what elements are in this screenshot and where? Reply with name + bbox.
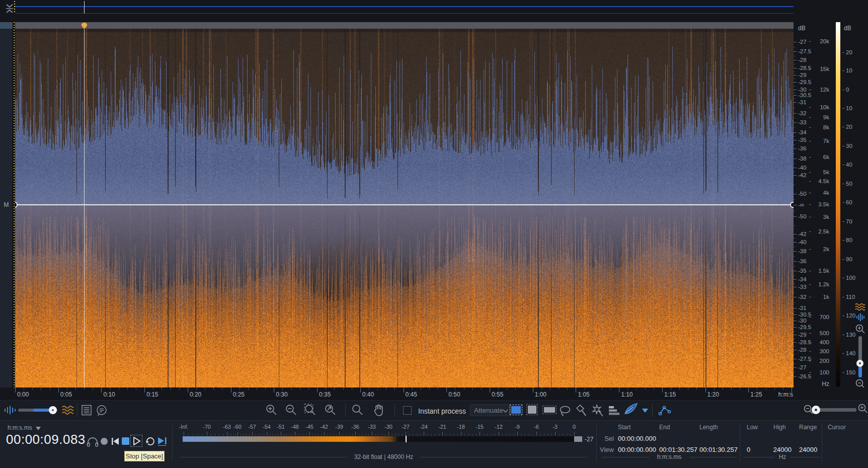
record-button[interactable] xyxy=(101,438,108,445)
wave-db-label: -30 xyxy=(798,318,807,324)
comment-bubble-icon[interactable] xyxy=(96,405,108,417)
ruler-label: 0:05 xyxy=(60,391,72,398)
wave-db-label: -32 xyxy=(798,110,807,116)
freq-range-value[interactable]: 24000 xyxy=(799,446,817,453)
wave-db-tick xyxy=(794,113,797,114)
wave-db-label: -50 xyxy=(798,213,807,219)
view-end-value[interactable]: 00:01:30.257 xyxy=(659,446,697,453)
legend-tick xyxy=(842,90,844,90)
collapse-panel-icon[interactable] xyxy=(5,3,15,15)
ruler-tick xyxy=(507,387,507,390)
play-button[interactable] xyxy=(130,435,142,447)
freq-selection-tool[interactable] xyxy=(544,407,555,413)
waveform-view-icon[interactable] xyxy=(856,313,865,322)
curve-nodes-tool[interactable] xyxy=(657,404,672,417)
search-magnifier-icon[interactable] xyxy=(351,404,364,417)
freq-tick xyxy=(809,317,811,318)
waveform-overview-strip[interactable] xyxy=(0,0,868,17)
ruler-tick xyxy=(179,387,180,390)
ruler-tick xyxy=(662,387,663,393)
meter-scale-label: -30 xyxy=(379,424,398,430)
wave-db-tick xyxy=(794,148,797,149)
playhead-marker-pin[interactable] xyxy=(81,22,88,29)
feather-dropdown-arrow[interactable] xyxy=(641,408,649,414)
skip-to-start-button[interactable] xyxy=(111,437,120,446)
freq-high-value[interactable]: 24000 xyxy=(767,446,792,453)
ruler-tick xyxy=(688,387,688,390)
amplitude-zoom-icon[interactable] xyxy=(4,406,17,415)
time-format-dropdown-arrow[interactable] xyxy=(35,426,41,431)
spectrogram-legend-bar[interactable] xyxy=(836,22,840,386)
brush-tool[interactable] xyxy=(575,404,588,417)
wave-db-tick xyxy=(794,82,797,83)
horizontal-zoom-slider-thumb[interactable] xyxy=(812,406,820,414)
magic-wand-tool[interactable] xyxy=(591,404,604,417)
freq-tick xyxy=(809,181,811,182)
zoom-out-time-icon[interactable] xyxy=(285,404,298,417)
format-info: 32-bit float | 48000 Hz xyxy=(347,453,420,461)
playhead-line[interactable] xyxy=(84,29,85,387)
marker-bar[interactable] xyxy=(15,22,794,29)
ruler-tick xyxy=(559,387,559,390)
sel-header-start: Start xyxy=(618,424,630,431)
freq-label: 20k xyxy=(812,38,829,44)
legend-tick xyxy=(842,70,844,71)
vertical-zoom-slider-thumb[interactable] xyxy=(856,360,863,367)
play-from-marker-button[interactable] xyxy=(157,436,168,446)
waveform-center-line[interactable] xyxy=(15,204,794,205)
selection-edge-line[interactable] xyxy=(14,22,15,387)
zoom-in-time-icon[interactable] xyxy=(265,404,278,417)
zoom-to-selection-icon[interactable] xyxy=(304,404,317,417)
time-selection-tool[interactable] xyxy=(511,406,521,414)
zoom-fit-icon[interactable] xyxy=(324,404,337,417)
time-format-selector[interactable]: h:m:s.ms xyxy=(8,424,32,431)
sel-start-value[interactable]: 00:00:00.000 xyxy=(618,435,656,442)
time-ruler[interactable] xyxy=(0,387,868,400)
freq-label: 9k xyxy=(812,114,829,120)
spectrogram-view[interactable] xyxy=(15,22,794,387)
time-freq-selection-tool[interactable] xyxy=(528,406,536,414)
chevron-down-icon xyxy=(503,409,508,413)
horizontal-zoom-slider-track[interactable] xyxy=(815,408,856,412)
overview-playhead[interactable] xyxy=(84,1,85,14)
loop-playback-button[interactable] xyxy=(145,436,156,446)
wave-db-tick xyxy=(794,122,797,123)
spectrogram-canvas[interactable] xyxy=(15,29,794,387)
view-length-value[interactable]: 00:01:30.257 xyxy=(699,446,738,453)
meter-tick xyxy=(388,432,389,436)
freq-tick xyxy=(809,193,811,193)
spectrogram-view-icon[interactable] xyxy=(855,302,865,311)
amplitude-slider-thumb[interactable] xyxy=(49,406,57,414)
meter-minor-tick xyxy=(544,434,544,436)
module-dropdown[interactable]: Attenuate xyxy=(470,404,510,416)
center-line-right-handle[interactable] xyxy=(790,202,794,208)
view-start-value[interactable]: 00:00:00.000 xyxy=(618,446,656,453)
legend-tick xyxy=(842,278,844,278)
freq-low-value[interactable]: 0 xyxy=(747,446,750,453)
level-meter-bar[interactable] xyxy=(183,436,582,442)
meter-minor-tick xyxy=(427,434,428,436)
hand-pan-tool[interactable] xyxy=(372,403,386,417)
meter-minor-tick xyxy=(301,434,301,436)
lasso-tool[interactable] xyxy=(559,406,571,417)
meter-minor-tick xyxy=(559,434,560,436)
meter-minor-tick xyxy=(188,434,189,436)
instant-process-label: Instant process xyxy=(418,407,466,415)
ruler-tick xyxy=(593,387,594,390)
ruler-tick xyxy=(257,387,257,390)
monitor-headphones-icon[interactable] xyxy=(86,436,99,447)
legend-tick xyxy=(842,165,844,165)
document-list-icon[interactable] xyxy=(81,405,92,416)
layers-tool[interactable] xyxy=(608,405,621,416)
feather-brush-tool[interactable] xyxy=(623,403,639,417)
meter-tick xyxy=(309,432,310,436)
ruler-tick xyxy=(541,387,542,390)
horizontal-zoom-in-icon[interactable] xyxy=(857,403,868,414)
ruler-tick xyxy=(498,387,499,390)
stop-button[interactable] xyxy=(122,437,129,445)
wave-db-minor-tick xyxy=(794,172,795,172)
meter-tick xyxy=(267,432,267,436)
spectrogram-settings-icon[interactable] xyxy=(61,405,74,416)
vertical-zoom-in-icon[interactable] xyxy=(855,324,866,335)
instant-process-checkbox[interactable] xyxy=(403,406,412,415)
